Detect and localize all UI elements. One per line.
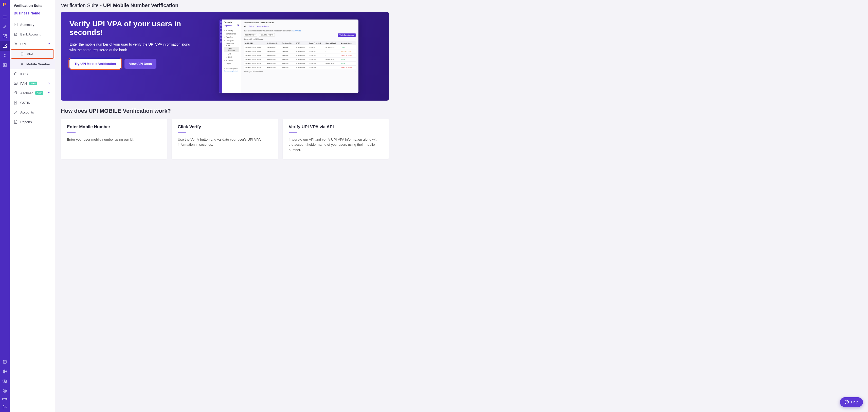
divider	[178, 132, 186, 132]
bank-icon	[14, 32, 18, 36]
hero-banner: Verify UPI VPA of your users in seconds!…	[61, 12, 389, 101]
main-content: Verification Suite - UPI Mobile Number V…	[55, 0, 395, 189]
left-rail: Prod	[0, 0, 10, 189]
card-title: Verify UPI VPA via API	[289, 124, 383, 129]
business-name[interactable]: Business Name	[10, 11, 55, 20]
vpa-icon	[20, 52, 24, 56]
rail-verify-icon[interactable]	[0, 41, 10, 51]
view-api-docs-button[interactable]: View API Docs	[124, 59, 156, 69]
receipt-icon	[14, 101, 18, 105]
sidebar-subitem-mobile-number[interactable]: Mobile Number	[10, 59, 55, 69]
svg-point-9	[15, 111, 16, 112]
sidebar-label: Aadhaar	[20, 91, 33, 95]
card-body: Use the Verify button and validate your …	[178, 137, 272, 148]
try-upi-mobile-verification-button[interactable]: Try UPI Mobile Verification	[69, 59, 121, 69]
card-body: Enter your user mobile number using our …	[67, 137, 161, 142]
sidebar-item-upi[interactable]: UPI	[10, 39, 55, 49]
id-card-icon	[14, 81, 18, 85]
rail-search-file-icon[interactable]	[0, 60, 10, 70]
svg-rect-7	[14, 82, 17, 84]
rail-menu-icon[interactable]	[0, 12, 10, 22]
sidebar-subitem-vpa[interactable]: VPA	[11, 49, 54, 59]
divider	[289, 132, 297, 132]
mobile-upi-icon	[20, 62, 24, 66]
sidebar-label: Accounts	[20, 110, 34, 114]
app-logo-icon	[2, 2, 8, 8]
page-title: Verification Suite - UPI Mobile Number V…	[61, 3, 389, 8]
hero-heading: Verify UPI VPA of your users in seconds!	[69, 20, 211, 37]
sidebar-title: Verification Suite	[10, 4, 55, 11]
ifsc-icon	[14, 72, 18, 76]
sidebar-item-accounts[interactable]: Accounts	[10, 107, 55, 117]
rail-export-icon[interactable]	[0, 31, 10, 41]
sidebar-label: VPA	[27, 52, 33, 56]
sidebar-label: Mobile Number	[26, 62, 50, 66]
chevron-down-icon	[48, 81, 51, 86]
svg-point-8	[15, 83, 16, 84]
upi-icon	[14, 42, 18, 46]
sidebar-item-summary[interactable]: Summary	[10, 20, 55, 29]
sidebar-item-bank-account[interactable]: Bank Account	[10, 29, 55, 39]
rail-transfer-icon[interactable]	[0, 51, 10, 60]
sidebar-label: UPI	[20, 42, 26, 46]
dashboard-preview: Payouts Bigbasket⇄ ▫Summary ▫Beneficiari…	[219, 20, 359, 93]
sidebar-item-gstin[interactable]: GSTIN	[10, 98, 55, 107]
sidebar-label: IFSC	[20, 72, 28, 76]
card-enter-mobile: Enter Mobile Number Enter your user mobi…	[61, 119, 167, 159]
section-heading: How does UPI MOBILE Verification work?	[61, 108, 389, 114]
new-badge: New	[29, 82, 37, 85]
card-title: Click Verify	[178, 124, 272, 129]
info-cards: Enter Mobile Number Enter your user mobi…	[61, 119, 389, 159]
sidebar-item-reports[interactable]: Reports	[10, 117, 55, 127]
divider	[67, 132, 75, 132]
sidebar-label: Summary	[20, 23, 34, 27]
chevron-up-icon	[48, 42, 51, 46]
card-title: Enter Mobile Number	[67, 124, 161, 129]
hero-subtext: Enter the mobile number of your user to …	[69, 42, 196, 53]
svg-point-0	[4, 64, 5, 66]
sidebar-item-ifsc[interactable]: IFSC	[10, 69, 55, 78]
sidebar-label: GSTIN	[20, 101, 30, 105]
user-icon	[14, 110, 18, 114]
new-badge: New	[35, 91, 43, 95]
chevron-down-icon	[48, 91, 51, 95]
card-click-verify: Click Verify Use the Verify button and v…	[172, 119, 278, 159]
document-icon	[14, 120, 18, 124]
sidebar: Verification Suite Business Name Summary…	[10, 0, 55, 189]
chart-icon	[14, 23, 18, 27]
rail-edit-icon[interactable]	[0, 22, 10, 31]
sidebar-item-pan[interactable]: PAN New	[10, 78, 55, 88]
card-body: Integrate our API and verify UPI VPA inf…	[289, 137, 383, 153]
sidebar-label: Reports	[20, 120, 32, 124]
sidebar-item-aadhaar[interactable]: Aadhaar New	[10, 88, 55, 98]
card-verify-api: Verify UPI VPA via API Integrate our API…	[283, 119, 389, 159]
preview-table: Verified AtVerification IDBank A/c No.IF…	[244, 41, 356, 69]
sidebar-label: PAN	[20, 82, 27, 85]
sidebar-label: Bank Account	[20, 32, 40, 36]
fingerprint-icon	[14, 91, 18, 95]
